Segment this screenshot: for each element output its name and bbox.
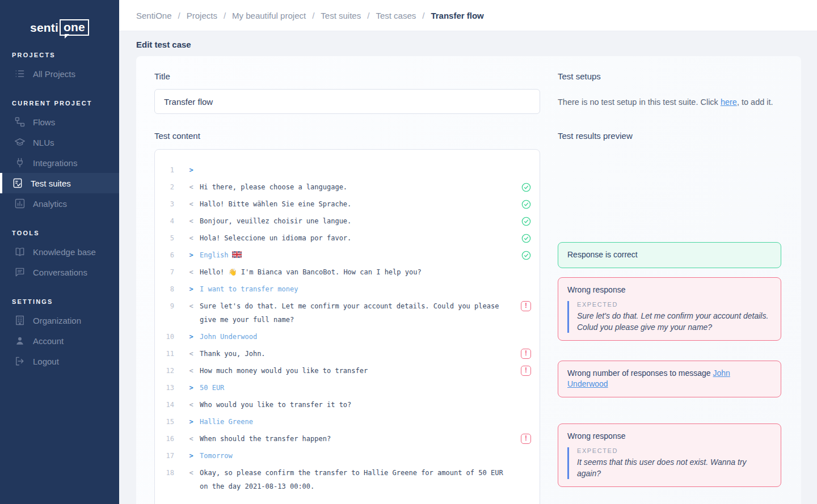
user-message-marker: > (183, 449, 200, 463)
sidebar-item-label: Integrations (33, 158, 77, 168)
sidebar-item-logout[interactable]: Logout (0, 351, 119, 371)
test-line-4[interactable]: 4 < Bonjour, veuillez choisir une langue… (155, 213, 540, 230)
sidebar-item-label: All Projects (33, 69, 75, 79)
sidebar-item-label: Flows (33, 117, 55, 127)
user-message-text[interactable]: John Underwood (200, 330, 512, 344)
test-line-7[interactable]: 7 < Hello! 👋 I'm Bianca van BancoBot. Ho… (155, 264, 540, 281)
title-input[interactable] (154, 89, 540, 114)
bot-message-text[interactable]: Hallo! Bitte wählen Sie eine Sprache. (200, 197, 512, 211)
bot-message-text[interactable]: When should the transfer happen? (200, 432, 512, 446)
sidebar-item-label: Knowledge base (33, 247, 96, 257)
page-title: Edit test case (136, 40, 191, 49)
test-line-11[interactable]: 11 < Thank you, John. ! (155, 345, 540, 362)
uk-flag-icon (232, 251, 242, 258)
breadcrumb-separator: / (224, 11, 226, 20)
test-content-editor[interactable]: 1 > 2 < Hi there, please choose a langug… (154, 149, 540, 504)
user-message-text[interactable]: 50 EUR (200, 381, 512, 395)
line-status (512, 248, 540, 261)
logout-icon (14, 355, 26, 367)
sidebar-item-conversations[interactable]: Conversations (0, 262, 119, 282)
test-line-16[interactable]: 16 < When should the transfer happen? ! (155, 430, 540, 447)
bot-message-text[interactable]: Sure let's do that. Let me confirm your … (200, 299, 512, 327)
user-icon (14, 335, 26, 346)
list-icon (14, 68, 26, 79)
line-status (512, 214, 540, 227)
sidebar-item-knowledge-base[interactable]: Knowledge base (0, 242, 119, 262)
bot-message-text[interactable]: How much money would you like to transfe… (200, 364, 512, 378)
breadcrumb-item-my-beautiful-project[interactable]: My beautiful project (232, 11, 306, 20)
logo-bubble: one (60, 19, 89, 36)
bot-message-marker: < (183, 299, 200, 313)
test-line-9[interactable]: 9 < Sure let's do that. Let me confirm y… (155, 298, 540, 328)
breadcrumb-item-test-cases[interactable]: Test cases (376, 11, 416, 20)
expected-text: It seems that this user does not exist. … (577, 456, 772, 479)
test-line-3[interactable]: 3 < Hallo! Bitte wählen Sie eine Sprache… (155, 196, 540, 213)
checklist-icon (12, 177, 23, 189)
result-card-title: Wrong response (567, 431, 772, 442)
breadcrumb-item-projects[interactable]: Projects (187, 11, 217, 20)
line-number: 15 (155, 415, 174, 429)
test-line-15[interactable]: 15 > Hallie Greene (155, 413, 540, 430)
setup-text-after: , to add it. (737, 98, 773, 107)
test-line-13[interactable]: 13 > 50 EUR (155, 379, 540, 396)
user-message-marker: > (183, 330, 200, 344)
line-status (512, 231, 540, 244)
test-line-6[interactable]: 6 > English (155, 247, 540, 264)
user-message-text[interactable]: English (200, 248, 512, 262)
breadcrumb-separator: / (367, 11, 369, 20)
bot-message-text[interactable]: Hola! Seleccione un idioma por favor. (200, 231, 512, 245)
line-status (512, 449, 540, 451)
sidebar-item-label: Organization (33, 316, 81, 325)
test-content-label: Test content (154, 131, 200, 141)
add-test-setup-link[interactable]: here (721, 98, 737, 107)
breadcrumb-item-test-suites[interactable]: Test suites (321, 11, 361, 20)
test-line-2[interactable]: 2 < Hi there, please choose a langugage. (155, 179, 540, 196)
breadcrumb-item-sentione[interactable]: SentiOne (136, 11, 172, 20)
bot-message-text[interactable]: Thank you, John. (200, 347, 512, 361)
line-status: ! (512, 299, 540, 311)
user-message-text[interactable]: Hallie Greene (200, 415, 512, 429)
test-results-list: Response is correct Wrong response EXPEC… (558, 242, 781, 487)
bot-message-marker: < (183, 398, 200, 412)
test-line-10[interactable]: 10 > John Underwood (155, 328, 540, 345)
test-setups-heading: Test setups (558, 71, 601, 81)
line-status (512, 197, 540, 210)
bot-message-text[interactable]: Who would you like to transfer it to? (200, 398, 512, 412)
result-card-error-4: Wrong response EXPECTED It seems that th… (558, 423, 781, 487)
test-line-18[interactable]: 18 < Okay, so please confirm the transfe… (155, 464, 540, 495)
test-line-14[interactable]: 14 < Who would you like to transfer it t… (155, 396, 540, 413)
user-message-marker: > (183, 248, 200, 262)
test-line-8[interactable]: 8 > I want to transfer money (155, 281, 540, 298)
sidebar-item-all-projects[interactable]: All Projects (0, 63, 119, 84)
sidebar-item-flows[interactable]: Flows (0, 112, 119, 132)
test-line-17[interactable]: 17 > Tomorrow (155, 447, 540, 464)
sidebar-item-test-suites[interactable]: Test suites (0, 173, 119, 193)
sidebar-item-nlus[interactable]: NLUs (0, 132, 119, 153)
test-line-5[interactable]: 5 < Hola! Seleccione un idioma por favor… (155, 230, 540, 247)
bot-message-text[interactable]: Bonjour, veuillez choisir une langue. (200, 214, 512, 228)
expected-block: EXPECTED It seems that this user does no… (567, 447, 772, 479)
bot-message-text[interactable]: Hello! 👋 I'm Bianca van BancoBot. How ca… (200, 265, 512, 279)
line-number: 8 (155, 282, 174, 296)
line-number: 7 (155, 265, 174, 279)
sidebar-item-account[interactable]: Account (0, 331, 119, 351)
error-icon: ! (521, 366, 531, 376)
user-message-text[interactable]: I want to transfer money (200, 282, 512, 296)
sentione-logo[interactable]: senti one (30, 19, 89, 36)
message-link[interactable]: John Underwood (567, 369, 730, 388)
bot-message-marker: < (183, 347, 200, 361)
sidebar-item-integrations[interactable]: Integrations (0, 153, 119, 173)
test-line-1[interactable]: 1 > (155, 162, 540, 179)
line-number: 6 (155, 248, 174, 262)
graduation-cap-icon (14, 137, 26, 148)
line-number: 13 (155, 381, 174, 395)
sidebar-item-organization[interactable]: Organization (0, 310, 119, 331)
user-message-text[interactable]: Tomorrow (200, 449, 512, 463)
test-line-12[interactable]: 12 < How much money would you like to tr… (155, 362, 540, 379)
test-results-heading: Test results preview (558, 131, 633, 141)
bot-message-text[interactable]: Okay, so please confirm the transfer to … (200, 466, 512, 493)
bot-message-text[interactable]: Hi there, please choose a langugage. (200, 180, 512, 194)
expected-label: EXPECTED (577, 447, 772, 454)
line-status: ! (512, 347, 540, 359)
sidebar-item-analytics[interactable]: Analytics (0, 193, 119, 214)
